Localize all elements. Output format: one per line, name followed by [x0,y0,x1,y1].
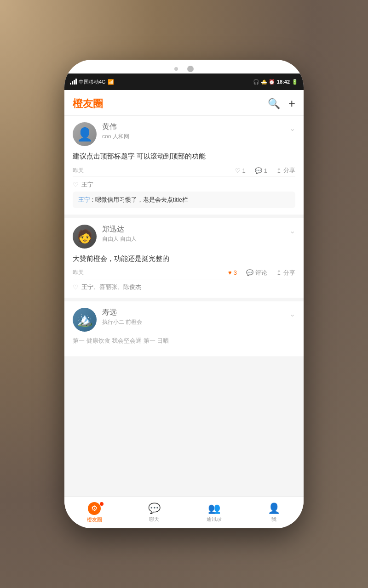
user-meta: 寿远 执行小二 前橙会 [102,308,142,326]
speaker [187,66,194,72]
post-header: 🧑 郑迅达 自由人 自由人 ⌄ [73,225,295,249]
share-action[interactable]: ↥ 分享 [276,269,295,277]
post-card: 🏔️ 寿远 执行小二 前橙会 ⌄ 第一 健康饮食 我会坚会逐 第一 日晒 [64,301,304,357]
headphones-icon: 🎧 [253,79,259,85]
comments-section: 王宁 : 嗯微信用习惯了，老是会去点title栏 [73,192,295,208]
front-camera [174,67,178,71]
nav-badge [100,502,104,506]
nav-item-contacts[interactable]: 👥 通讯录 [184,503,244,523]
avatar-image: 👤 [73,122,97,146]
post-card: 🧑 郑迅达 自由人 自由人 ⌄ 大赞前橙会，功能还是挺完整的 昨天 ♥ 3 [64,218,304,298]
like-action[interactable]: ♥ 3 [228,269,237,276]
status-left: 中国移动4G 📶 [70,79,114,85]
app-title: 橙友圈 [73,97,103,111]
app-header: 橙友圈 🔍 + [64,90,304,116]
share-label: 分享 [283,166,295,175]
bottom-nav: ⚙ 橙友圈 💬 聊天 👥 通讯录 👤 我 [64,496,304,528]
post-footer: 昨天 ♡ 1 💬 1 ↥ 分享 [73,166,295,175]
comment-icon: 💬 [255,167,262,174]
likes-users: 王宁 [81,181,93,189]
mute-icon: 🔔 [261,79,267,85]
user-title: 自由人 自由人 [102,235,137,243]
comment-icon: 💬 [246,269,253,276]
orange-circle-icon: ⚙ [88,502,101,515]
chevron-down-icon[interactable]: ⌄ [289,226,295,235]
post-time: 昨天 [73,167,226,175]
phone-frame: 中国移动4G 📶 🎧 🔔 ⏰ 18:42 🔋 橙友圈 🔍 + 👤 [64,60,304,528]
comment-action[interactable]: 💬 1 [255,167,267,174]
nav-label-chat: 聊天 [149,516,159,523]
orange-icon-inner: ⚙ [91,504,98,513]
likes-heart-icon: ♡ [73,181,79,188]
status-bar: 中国移动4G 📶 🎧 🔔 ⏰ 18:42 🔋 [64,74,304,90]
share-icon: ↥ [276,167,282,174]
post-content: 建议点击顶部标题字 可以滚动到顶部的功能 [73,151,295,162]
feed-container: 👤 黄伟 coo 人和网 ⌄ 建议点击顶部标题字 可以滚动到顶部的功能 昨天 ♡… [64,116,304,496]
header-actions: 🔍 + [268,96,295,111]
add-button[interactable]: + [288,96,295,111]
chevron-down-icon[interactable]: ⌄ [289,310,295,318]
phone-top-bar [64,60,304,74]
status-right: 🎧 🔔 ⏰ 18:42 🔋 [253,79,298,85]
avatar[interactable]: 👤 [73,122,97,146]
chat-icon: 💬 [148,503,161,514]
likes-section: ♡ 王宁 [73,176,295,189]
post-content: 大赞前橙会，功能还是挺完整的 [73,253,295,264]
like-action[interactable]: ♡ 1 [235,167,246,174]
chevron-down-icon[interactable]: ⌄ [289,124,295,133]
avatar[interactable]: 🏔️ [73,308,97,332]
avatar-image: 🧑 [73,225,97,249]
post-user-info: 🏔️ 寿远 执行小二 前橙会 [73,308,142,332]
user-meta: 黄伟 coo 人和网 [102,122,129,141]
heart-icon: ♥ [228,269,232,276]
share-icon: ↥ [276,269,282,276]
user-title: 执行小二 前橙会 [102,318,142,326]
post-card: 👤 黄伟 coo 人和网 ⌄ 建议点击顶部标题字 可以滚动到顶部的功能 昨天 ♡… [64,116,304,215]
post-time: 昨天 [73,269,219,277]
alarm-icon: ⏰ [269,79,275,85]
wifi-icon: 📶 [108,79,114,85]
comment-action[interactable]: 💬 评论 [246,269,267,277]
contacts-icon: 👥 [208,503,220,514]
comment-user[interactable]: 王宁 [78,196,90,203]
nav-item-orange-circle[interactable]: ⚙ 橙友圈 [64,502,124,523]
nav-label-orange: 橙友圈 [87,516,102,523]
comment-label: 评论 [255,269,267,277]
avatar[interactable]: 🧑 [73,225,97,249]
signal-icon [70,79,77,85]
likes-heart-icon: ♡ [73,283,79,291]
battery-icon: 🔋 [292,79,298,85]
like-count: 3 [234,269,237,276]
post-footer: 昨天 ♥ 3 💬 评论 ↥ 分享 [73,269,295,277]
nav-item-me[interactable]: 👤 我 [244,503,304,523]
comment-item: 王宁 : 嗯微信用习惯了，老是会去点title栏 [78,195,290,204]
comment-text: 嗯微信用习惯了，老是会去点title栏 [95,196,188,203]
post-user-info: 🧑 郑迅达 自由人 自由人 [73,225,137,249]
search-button[interactable]: 🔍 [268,98,280,110]
comment-separator: : [92,196,95,203]
post-content: 第一 健康饮食 我会坚会逐 第一 日晒 [73,336,295,346]
user-title: coo 人和网 [102,133,129,141]
carrier-label: 中国移动4G [79,79,106,85]
share-label: 分享 [283,269,295,277]
user-name[interactable]: 寿远 [102,308,142,317]
likes-users: 王宁、喜丽张、陈俊杰 [81,283,141,291]
share-action[interactable]: ↥ 分享 [276,166,295,175]
like-count: 1 [242,167,246,174]
nav-label-contacts: 通讯录 [207,516,222,523]
avatar-image: 🏔️ [73,308,97,332]
post-header: 👤 黄伟 coo 人和网 ⌄ [73,122,295,146]
time-label: 18:42 [277,79,290,85]
post-header: 🏔️ 寿远 执行小二 前橙会 ⌄ [73,308,295,332]
user-name[interactable]: 郑迅达 [102,225,137,234]
nav-label-me: 我 [271,516,276,523]
comment-count: 1 [264,167,267,174]
user-meta: 郑迅达 自由人 自由人 [102,225,137,243]
heart-icon: ♡ [235,167,241,174]
nav-item-chat[interactable]: 💬 聊天 [124,503,184,523]
post-user-info: 👤 黄伟 coo 人和网 [73,122,129,146]
user-name[interactable]: 黄伟 [102,122,129,132]
me-icon: 👤 [268,503,280,514]
likes-section: ♡ 王宁、喜丽张、陈俊杰 [73,279,295,291]
